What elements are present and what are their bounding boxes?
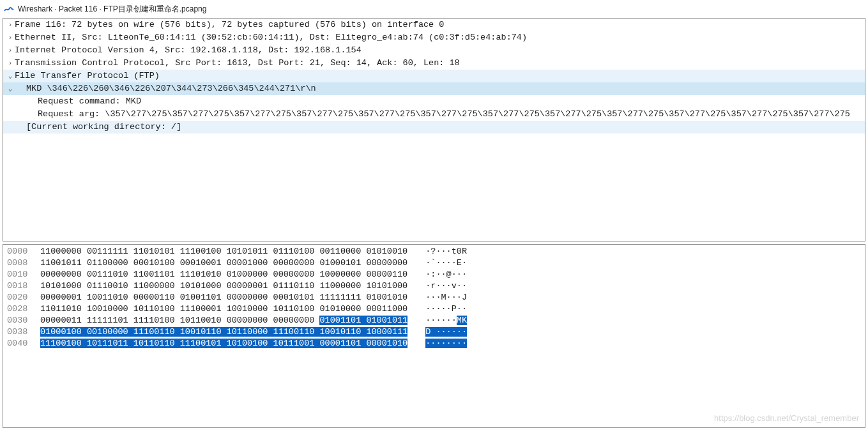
hex-highlight: 01000100 00100000 11100110 10010110 1011… <box>40 327 407 337</box>
packet-detail-text: Request command: MKD <box>38 95 141 108</box>
toggle-placeholder <box>6 108 15 121</box>
toggle-placeholder <box>6 95 15 108</box>
hex-row[interactable]: 004011100100 10111011 10110110 11100101 … <box>3 338 865 349</box>
hex-bytes: 10101000 01110010 11000000 10101000 0000… <box>40 280 407 292</box>
packet-bytes-pane[interactable]: 000011000000 00111111 11010101 11100100 … <box>3 244 865 428</box>
hex-bytes: 11001011 01100000 00010100 00010001 0000… <box>40 257 407 269</box>
packet-detail-row[interactable]: Request arg: \357\277\275\357\277\275\35… <box>3 108 865 121</box>
hex-row[interactable]: 001000000000 00111010 11001101 11101010 … <box>3 269 865 280</box>
hex-ascii: ·?···t0R <box>425 246 467 257</box>
packet-detail-row[interactable]: Request command: MKD <box>3 95 865 108</box>
packet-detail-row[interactable]: ⌄MKD \346\226\260\346\226\207\344\273\26… <box>3 82 865 95</box>
hex-ascii: ·`····E· <box>425 257 467 269</box>
collapse-icon[interactable]: ⌄ <box>6 70 15 82</box>
packet-detail-text: Ethernet II, Src: LiteonTe_60:14:11 (30:… <box>15 31 527 44</box>
hex-bytes: 11100100 10111011 10110110 11100101 1010… <box>40 338 407 349</box>
toggle-placeholder <box>6 121 15 134</box>
hex-row[interactable]: 001810101000 01110010 11000000 10101000 … <box>3 280 865 292</box>
hex-bytes: 11011010 10010000 10110100 11100001 1001… <box>40 303 407 315</box>
packet-detail-text: Transmission Control Protocol, Src Port:… <box>15 57 460 70</box>
hex-bytes: 00000000 00111010 11001101 11101010 0100… <box>40 269 407 280</box>
window-title: Wireshark · Packet 116 · FTP目录创建和重命名.pca… <box>18 4 206 15</box>
hex-row[interactable]: 002000000001 10011010 00000110 01001101 … <box>3 292 865 303</box>
packet-detail-row[interactable]: ›Ethernet II, Src: LiteonTe_60:14:11 (30… <box>3 31 865 44</box>
packet-detail-text: Request arg: \357\277\275\357\277\275\35… <box>38 108 850 121</box>
hex-row[interactable]: 003000000011 11111101 11110100 10110010 … <box>3 315 865 326</box>
packet-detail-row[interactable]: ›Internet Protocol Version 4, Src: 192.1… <box>3 44 865 57</box>
packet-details-pane[interactable]: ›Frame 116: 72 bytes on wire (576 bits),… <box>3 18 865 241</box>
hex-row[interactable]: 002811011010 10010000 10110100 11100001 … <box>3 303 865 315</box>
hex-ascii: D ······ <box>425 326 467 338</box>
panes-container: ›Frame 116: 72 bytes on wire (576 bits),… <box>0 18 868 428</box>
ascii-highlight: ········ <box>425 339 467 348</box>
hex-offset: 0000 <box>7 246 40 257</box>
expand-icon[interactable]: › <box>6 19 15 31</box>
packet-detail-text: File Transfer Protocol (FTP) <box>15 70 160 82</box>
packet-detail-row[interactable]: [Current working directory: /] <box>3 121 865 134</box>
hex-offset: 0010 <box>7 269 40 280</box>
packet-detail-row[interactable]: ›Frame 116: 72 bytes on wire (576 bits),… <box>3 19 865 31</box>
hex-bytes: 01000100 00100000 11100110 10010110 1011… <box>40 326 407 338</box>
hex-offset: 0038 <box>7 326 40 338</box>
hex-bytes: 00000011 11111101 11110100 10110010 0000… <box>40 315 407 326</box>
expand-icon[interactable]: › <box>6 44 15 57</box>
window-titlebar: Wireshark · Packet 116 · FTP目录创建和重命名.pca… <box>0 0 868 18</box>
hex-highlight: 01001101 01001011 <box>319 316 407 325</box>
hex-ascii: ···M···J <box>425 292 467 303</box>
packet-detail-row[interactable]: ›Transmission Control Protocol, Src Port… <box>3 57 865 70</box>
hex-offset: 0020 <box>7 292 40 303</box>
hex-row[interactable]: 000811001011 01100000 00010100 00010001 … <box>3 257 865 269</box>
packet-detail-text: Frame 116: 72 bytes on wire (576 bits), … <box>15 19 444 31</box>
collapse-icon[interactable]: ⌄ <box>6 82 15 95</box>
hex-bytes: 00000001 10011010 00000110 01001101 0000… <box>40 292 407 303</box>
hex-ascii: ······MK <box>425 315 467 326</box>
ascii-highlight: D ······ <box>425 327 467 337</box>
hex-offset: 0030 <box>7 315 40 326</box>
hex-offset: 0028 <box>7 303 40 315</box>
expand-icon[interactable]: › <box>6 31 15 44</box>
hex-offset: 0040 <box>7 338 40 349</box>
packet-detail-text: [Current working directory: /] <box>26 121 181 134</box>
expand-icon[interactable]: › <box>6 57 15 70</box>
hex-offset: 0008 <box>7 257 40 269</box>
packet-detail-text: Internet Protocol Version 4, Src: 192.16… <box>15 44 362 57</box>
hex-ascii: ·····P·· <box>425 303 467 315</box>
packet-detail-row[interactable]: ⌄File Transfer Protocol (FTP) <box>3 70 865 82</box>
hex-offset: 0018 <box>7 280 40 292</box>
hex-row[interactable]: 000011000000 00111111 11010101 11100100 … <box>3 246 865 257</box>
hex-highlight: 11100100 10111011 10110110 11100101 1010… <box>40 339 407 348</box>
ascii-highlight: MK <box>457 316 467 325</box>
hex-ascii: ·:··@··· <box>425 269 467 280</box>
hex-ascii: ········ <box>425 338 467 349</box>
wireshark-logo-icon <box>4 4 14 14</box>
packet-detail-text: MKD \346\226\260\346\226\207\344\273\266… <box>26 82 316 95</box>
hex-row[interactable]: 003801000100 00100000 11100110 10010110 … <box>3 326 865 338</box>
hex-ascii: ·r···v·· <box>425 280 467 292</box>
hex-bytes: 11000000 00111111 11010101 11100100 1010… <box>40 246 407 257</box>
